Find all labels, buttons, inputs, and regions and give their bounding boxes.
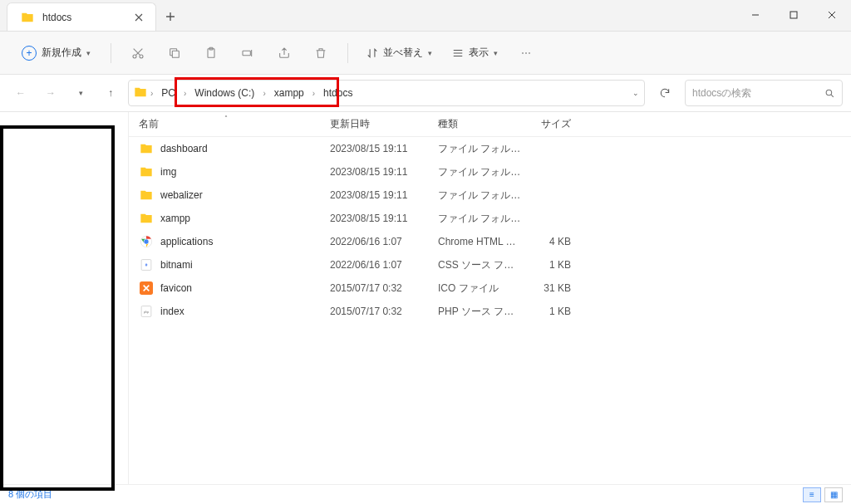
crumb-htdocs[interactable]: htdocs	[318, 84, 357, 102]
file-row[interactable]: img2023/08/15 19:11ファイル フォルダー	[129, 160, 851, 183]
file-date: 2023/08/15 19:11	[330, 166, 438, 178]
file-row[interactable]: dashboard2023/08/15 19:11ファイル フォルダー	[129, 137, 851, 160]
column-name[interactable]: 名前	[139, 117, 330, 131]
file-name: webalizer	[160, 189, 330, 201]
refresh-button[interactable]	[650, 80, 680, 106]
address-history-button[interactable]: ⌄	[632, 89, 639, 97]
file-row[interactable]: xampp2023/08/15 19:11ファイル フォルダー	[129, 207, 851, 230]
svg-text:#: #	[145, 263, 148, 267]
file-date: 2015/07/17 0:32	[330, 282, 438, 294]
content-area: ˄ 名前 更新日時 種類 サイズ dashboard2023/08/15 19:…	[0, 111, 851, 484]
up-button[interactable]: ↑	[98, 81, 123, 105]
new-button[interactable]: + 新規作成 ▾	[13, 41, 99, 66]
svg-rect-6	[243, 51, 250, 55]
paste-icon[interactable]	[196, 38, 226, 68]
minimize-button[interactable]	[736, 0, 775, 31]
column-type[interactable]: 種類	[438, 117, 521, 131]
file-name: dashboard	[160, 143, 330, 154]
view-icon	[452, 47, 464, 59]
cut-icon[interactable]	[123, 38, 153, 68]
crumb-pc[interactable]: PC	[156, 84, 180, 102]
crumb-xampp[interactable]: xampp	[269, 84, 309, 102]
file-row[interactable]: favicon2015/07/17 0:32ICO ファイル31 KB	[129, 276, 851, 300]
recent-button[interactable]: ▾	[68, 81, 93, 105]
close-button[interactable]	[813, 0, 851, 31]
folder-icon	[139, 211, 154, 226]
title-bar: htdocs	[0, 0, 851, 32]
more-button[interactable]: ⋯	[511, 38, 541, 68]
status-bar: 8 個の項目 ≡ ▦	[0, 484, 851, 504]
search-input[interactable]	[692, 87, 819, 99]
tab-close-button[interactable]	[132, 11, 145, 24]
window-tab[interactable]: htdocs	[7, 2, 156, 31]
file-name: img	[160, 166, 330, 178]
view-button[interactable]: 表示 ▾	[445, 41, 504, 65]
sort-indicator-icon: ˄	[224, 115, 228, 122]
sort-button[interactable]: 並べ替え ▾	[360, 41, 439, 65]
file-row[interactable]: webalizer2023/08/15 19:11ファイル フォルダー	[129, 183, 851, 207]
chevron-down-icon: ▾	[86, 49, 91, 57]
chevron-down-icon: ▾	[428, 49, 432, 57]
window-controls	[736, 0, 851, 31]
svg-rect-0	[790, 12, 797, 18]
sort-icon	[366, 47, 378, 59]
chevron-down-icon: ▾	[494, 49, 498, 57]
ribbon-toolbar: + 新規作成 ▾ 並べ替え ▾ 表示 ▾ ⋯	[0, 32, 851, 75]
file-size: 1 KB	[521, 259, 571, 271]
rename-icon[interactable]	[233, 38, 263, 68]
file-size: 4 KB	[521, 236, 571, 247]
file-type: ファイル フォルダー	[438, 188, 521, 203]
chrome-icon	[139, 234, 154, 249]
file-type: CSS ソース ファイル	[438, 258, 521, 272]
view-label: 表示	[469, 46, 489, 60]
plus-circle-icon: +	[22, 46, 37, 61]
file-type: ICO ファイル	[438, 281, 521, 296]
sort-label: 並べ替え	[383, 46, 423, 60]
file-name: xampp	[160, 213, 330, 224]
forward-button[interactable]: →	[38, 81, 63, 105]
address-bar[interactable]: › PC › Windows (C:) › xampp › htdocs ⌄	[128, 80, 645, 106]
chevron-right-icon: ›	[182, 89, 188, 98]
folder-icon	[139, 188, 154, 203]
new-tab-button[interactable]	[156, 2, 184, 31]
file-list-pane: ˄ 名前 更新日時 種類 サイズ dashboard2023/08/15 19:…	[129, 112, 851, 484]
column-date[interactable]: 更新日時	[330, 117, 438, 131]
file-rows: dashboard2023/08/15 19:11ファイル フォルダーimg20…	[129, 137, 851, 484]
search-box[interactable]	[685, 80, 843, 106]
delete-icon[interactable]	[306, 38, 336, 68]
column-headers: ˄ 名前 更新日時 種類 サイズ	[129, 112, 851, 137]
xampp-icon	[139, 281, 154, 296]
back-button[interactable]: ←	[8, 81, 33, 105]
file-name: index	[160, 306, 330, 317]
copy-icon[interactable]	[160, 38, 189, 68]
folder-icon	[134, 86, 147, 101]
file-name: applications	[160, 236, 330, 247]
navigation-row: ← → ▾ ↑ › PC › Windows (C:) › xampp › ht…	[0, 75, 851, 111]
folder-icon	[139, 141, 154, 156]
file-date: 2022/06/16 1:07	[330, 259, 438, 271]
file-type: PHP ソース ファイル	[438, 305, 521, 319]
php-icon: php	[139, 304, 154, 319]
file-row[interactable]: applications2022/06/16 1:07Chrome HTML D…	[129, 230, 851, 253]
chevron-right-icon: ›	[311, 89, 317, 98]
crumb-drive[interactable]: Windows (C:)	[189, 84, 259, 102]
svg-point-7	[826, 90, 832, 95]
css-icon: #	[139, 257, 154, 272]
file-row[interactable]: #bitnami2022/06/16 1:07CSS ソース ファイル1 KB	[129, 253, 851, 276]
folder-icon	[139, 164, 154, 179]
maximize-button[interactable]	[775, 0, 813, 31]
separator	[347, 43, 348, 63]
icons-view-toggle[interactable]: ▦	[824, 487, 843, 502]
chevron-right-icon: ›	[261, 89, 267, 98]
file-date: 2015/07/17 0:32	[330, 306, 438, 317]
svg-rect-3	[172, 51, 179, 57]
share-icon[interactable]	[269, 38, 299, 68]
details-view-toggle[interactable]: ≡	[803, 487, 821, 502]
navigation-pane[interactable]	[0, 112, 129, 484]
chevron-right-icon: ›	[149, 89, 155, 98]
new-label: 新規作成	[42, 46, 81, 60]
column-size[interactable]: サイズ	[521, 117, 571, 131]
svg-text:php: php	[144, 311, 149, 314]
annotation-redaction	[0, 125, 115, 491]
file-row[interactable]: phpindex2015/07/17 0:32PHP ソース ファイル1 KB	[129, 300, 851, 323]
